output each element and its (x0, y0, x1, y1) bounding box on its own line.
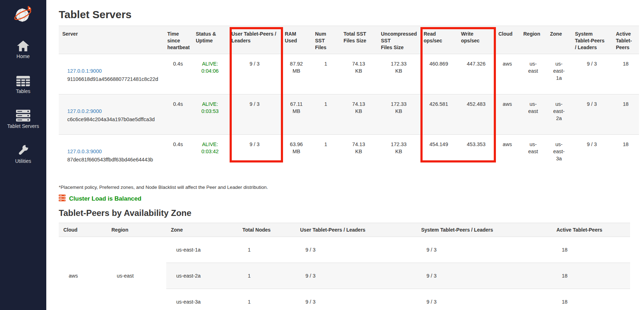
zone-cell: us- east- 3a (546, 134, 571, 175)
sst-size-cell: 74.13 KB (340, 94, 377, 134)
column-header-sst-uncompressed: Uncompressed SST Files Size (377, 26, 420, 54)
sidebar-item-tablet-servers[interactable]: Tablet Servers (0, 110, 46, 129)
active-peers-cell: 18 (612, 94, 639, 134)
server-cell: 127.0.0.3:9000 87dec81f660543ffbdf63bd46… (59, 134, 164, 175)
user-peers-cell: 9 / 3 (228, 94, 281, 134)
cloud-cell: aws (495, 54, 520, 94)
tables-icon (16, 75, 30, 87)
sidebar-item-home[interactable]: Home (0, 40, 46, 59)
column-header-region: Region (107, 223, 166, 237)
active-peers-cell: 18 (612, 54, 639, 94)
system-peers-cell: 9 / 3 (571, 134, 612, 175)
zone-cell: us-east-1a (166, 237, 238, 263)
server-uuid: c6c6ce984c204a34a197b0ae5dffca3d (67, 116, 161, 123)
system-peers-cell: 9 / 3 (417, 289, 552, 310)
active-peers-cell: 18 (552, 237, 630, 263)
header-row: Cloud Region Zone Total Nodes User Table… (59, 223, 630, 237)
heartbeat-cell: 0.4s (164, 54, 192, 94)
sidebar-nav: Home Tables (0, 40, 46, 164)
az-row: aws us-east us-east-1a 1 9 / 3 9 / 3 18 (59, 237, 630, 263)
user-peers-cell: 9 / 3 (295, 263, 417, 289)
active-peers-cell: 18 (612, 134, 639, 175)
ram-cell: 67.11 MB (281, 94, 311, 134)
tablet-servers-icon (16, 110, 30, 122)
region-cell: us-east (107, 237, 166, 310)
sidebar-item-tables[interactable]: Tables (0, 75, 46, 94)
user-peers-cell: 9 / 3 (295, 289, 417, 310)
column-header-num-sst: Num SST Files (311, 26, 340, 54)
sst-uncompressed-cell: 172.33 KB (377, 54, 420, 94)
zone-cell: us- east- 1a (546, 54, 571, 94)
num-sst-cell: 1 (311, 94, 340, 134)
sst-size-cell: 74.13 KB (340, 54, 377, 94)
column-header-total-nodes: Total Nodes (238, 223, 295, 237)
active-peers-cell: 18 (552, 263, 630, 289)
column-header-status: Status & Uptime (192, 26, 228, 54)
user-peers-cell: 9 / 3 (228, 134, 281, 175)
ram-cell: 63.96 MB (281, 134, 311, 175)
column-header-system-peers: System Tablet-Peers / Leaders (417, 223, 552, 237)
region-cell: us- east (520, 54, 546, 94)
total-nodes-cell: 1 (238, 289, 295, 310)
region-cell: us- east (520, 94, 546, 134)
heartbeat-cell: 0.4s (164, 94, 192, 134)
write-ops-cell: 453.353 (457, 134, 495, 175)
sst-uncompressed-cell: 172.33 KB (377, 94, 420, 134)
user-peers-cell: 9 / 3 (295, 237, 417, 263)
server-row: 127.0.0.3:9000 87dec81f660543ffbdf63bd46… (59, 134, 639, 175)
sidebar-item-label: Tables (16, 88, 30, 94)
server-cell: 127.0.0.1:9000 91106618d91a4566880772148… (59, 54, 164, 94)
read-ops-cell: 454.149 (420, 134, 457, 175)
column-header-user-peers: User Tablet-Peers / Leaders (295, 223, 417, 237)
region-cell: us- east (520, 134, 546, 175)
column-header-active-peers: Active Tablet- Peers (612, 26, 639, 54)
column-header-server: Server (59, 26, 164, 54)
cloud-cell: aws (59, 237, 107, 310)
header-row: Server Time since heartbeat Status & Upt… (59, 26, 639, 54)
active-peers-cell: 18 (552, 289, 630, 310)
cloud-cell: aws (495, 94, 520, 134)
home-icon (17, 40, 30, 52)
status-cell: ALIVE: 0:04:06 (192, 54, 228, 94)
status-cell: ALIVE: 0:03:53 (192, 94, 228, 134)
system-peers-cell: 9 / 3 (571, 94, 612, 134)
server-cell: 127.0.0.2:9000 c6c6ce984c204a34a197b0ae5… (59, 94, 164, 134)
servers-table-header: Server Time since heartbeat Status & Upt… (59, 26, 639, 54)
read-ops-cell: 460.869 (420, 54, 457, 94)
sst-uncompressed-cell: 172.33 KB (377, 134, 420, 175)
placement-policy-footnote: *Placement policy, Preferred zones, and … (59, 185, 644, 190)
system-peers-cell: 9 / 3 (571, 54, 612, 94)
sidebar-item-label: Utilities (15, 158, 31, 164)
column-header-region: Region (520, 26, 546, 54)
globe-rocket-icon (14, 19, 33, 25)
server-link[interactable]: 127.0.0.3:9000 (67, 149, 102, 154)
num-sst-cell: 1 (311, 54, 340, 94)
user-peers-cell: 9 / 3 (228, 54, 281, 94)
status-cell: ALIVE: 0:03:42 (192, 134, 228, 175)
ram-cell: 87.92 MB (281, 54, 311, 94)
server-uuid: 87dec81f660543ffbdf63bd46e64443b (67, 156, 161, 163)
yugabyte-logo[interactable] (14, 4, 33, 24)
server-link[interactable]: 127.0.0.1:9000 (67, 68, 102, 74)
server-link[interactable]: 127.0.0.2:9000 (67, 108, 102, 114)
zone-cell: us-east-2a (166, 263, 238, 289)
column-header-ram: RAM Used (281, 26, 311, 54)
total-nodes-cell: 1 (238, 237, 295, 263)
write-ops-cell: 447.326 (457, 54, 495, 94)
sidebar-item-label: Home (16, 53, 30, 59)
num-sst-cell: 1 (311, 134, 340, 175)
heartbeat-cell: 0.4s (164, 134, 192, 175)
sidebar-item-utilities[interactable]: Utilities (0, 145, 46, 164)
sidebar-item-label: Tablet Servers (7, 123, 39, 129)
az-table: Cloud Region Zone Total Nodes User Table… (59, 223, 630, 310)
zone-cell: us-east-3a (166, 289, 238, 310)
write-ops-cell: 452.483 (457, 94, 495, 134)
az-table-header: Cloud Region Zone Total Nodes User Table… (59, 223, 630, 237)
column-header-heartbeat: Time since heartbeat (164, 26, 192, 54)
cluster-load-status: Cluster Load is Balanced (59, 195, 644, 203)
cluster-status-text: Cluster Load is Balanced (69, 195, 141, 202)
column-header-cloud: Cloud (59, 223, 107, 237)
column-header-user-peers: User Tablet-Peers / Leaders (228, 26, 281, 54)
column-header-read-ops: Read ops/sec (420, 26, 457, 54)
total-nodes-cell: 1 (238, 263, 295, 289)
